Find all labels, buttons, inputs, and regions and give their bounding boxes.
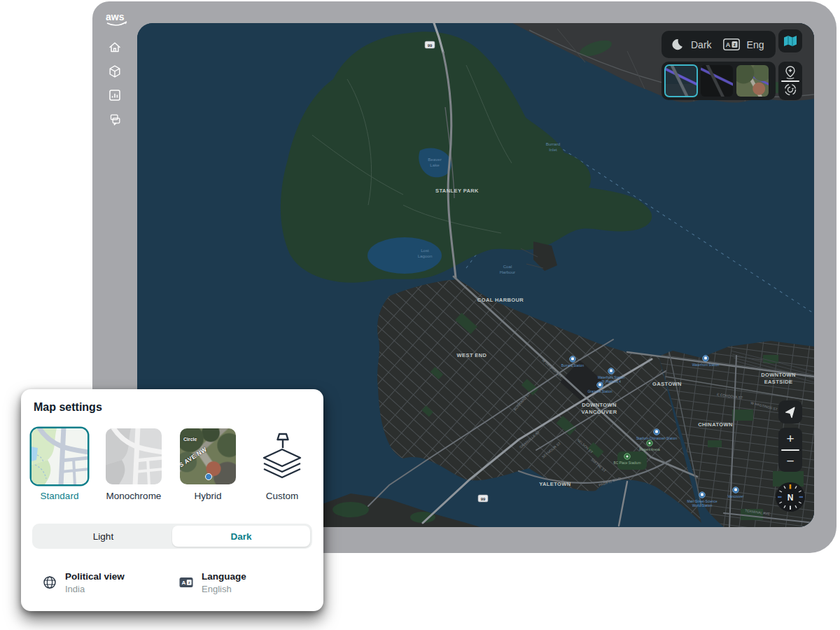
map-settings-panel: Map settings Standard [21,389,323,611]
globe-icon [43,575,57,589]
svg-text:STANLEY PARK: STANLEY PARK [435,188,479,194]
svg-text:WEST END: WEST END [457,352,487,358]
style-thumb-hybrid[interactable] [736,65,769,97]
zoom-divider [781,449,799,451]
layers-pin-icon [258,431,306,482]
svg-text:Waterfront Station: Waterfront Station [692,363,720,367]
light-option[interactable]: Light [34,526,172,547]
monochrome-label: Monochrome [97,491,171,501]
svg-text:Inlet: Inlet [549,147,557,152]
custom-thumbnail[interactable] [254,428,310,484]
route-shield-99-north: 99 [425,41,435,48]
svg-text:DOWNTOWN: DOWNTOWN [582,402,617,408]
hybrid-thumb-text-ave: S AVE NW [180,446,208,469]
svg-text:z: z [733,42,736,47]
navigation-arrow-icon [783,405,797,419]
dark-option[interactable]: Dark [172,526,310,547]
style-thumbnails-panel [662,62,776,100]
color-scheme-segmented-control: Light Dark [32,524,312,549]
zoom-in-button[interactable]: + [778,429,802,448]
svg-text:Granville Station: Granville Station [587,390,612,393]
svg-text:Lake: Lake [430,162,440,167]
tools-pill [778,62,802,100]
svg-text:YALETOWN: YALETOWN [539,481,570,487]
compass-north-label: N [788,493,794,503]
hybrid-thumbnail[interactable]: Circle S AVE NW [180,428,236,484]
svg-text:Waterfront Station: Waterfront Station [598,376,625,379]
style-thumb-dark-monochrome[interactable] [701,65,733,97]
translate-icon[interactable]: A z [723,38,740,50]
package-icon[interactable] [108,64,122,78]
svg-text:VANCOUVER: VANCOUVER [582,409,617,415]
language-label: Language [202,571,246,582]
language-badge-icon: A z [179,575,193,589]
svg-text:COAL HARBOUR: COAL HARBOUR [477,297,524,303]
route-shield-99-south: 99 [478,495,488,502]
aws-logo-text: aws [106,11,125,22]
chat-icon[interactable] [108,113,122,127]
custom-label: Custom [245,491,319,501]
color-scheme-toggle[interactable]: Dark [691,39,712,50]
svg-text:@ Platform 4: @ Platform 4 [601,380,621,384]
svg-text:BC Place Stadium: BC Place Stadium [614,461,641,465]
geofence-icon[interactable] [783,82,798,97]
political-view-setting[interactable]: Political view India [43,571,125,594]
svg-text:Lost: Lost [421,248,429,253]
scheme-language-toolbar: Dark A z Eng [662,31,776,58]
hybrid-label: Hybrid [171,491,245,501]
svg-text:DOWNTOWN: DOWNTOWN [761,372,796,378]
language-toggle[interactable]: Eng [747,39,764,50]
svg-text:Stadium-Chinatown Station: Stadium-Chinatown Station [636,437,677,440]
monochrome-thumbnail[interactable] [106,428,162,484]
compass[interactable]: N [775,482,806,512]
svg-text:z: z [188,580,190,584]
moon-icon[interactable] [671,38,684,51]
style-option-custom[interactable]: Custom [245,428,319,501]
svg-text:A: A [725,41,730,48]
svg-text:99: 99 [481,497,486,501]
style-option-monochrome[interactable]: Monochrome [97,428,171,501]
svg-text:Rogers Arena: Rogers Arena [639,448,660,451]
svg-text:GASTOWN: GASTOWN [652,381,682,387]
svg-text:World Station: World Station [692,504,713,507]
metrics-icon[interactable] [108,88,122,102]
hybrid-thumb-transit-dot [205,473,212,480]
svg-text:Burrard Station: Burrard Station [561,364,584,368]
svg-text:99: 99 [428,43,433,48]
svg-text:CHINATOWN: CHINATOWN [698,421,733,428]
panel-title: Map settings [34,401,102,414]
hybrid-thumb-text-circle: Circle [183,437,197,442]
svg-text:Main Street-Science: Main Street-Science [687,500,718,503]
svg-text:Beaver: Beaver [428,157,442,162]
svg-text:Vancouver: Vancouver [728,495,744,498]
style-thumb-dark-standard[interactable] [665,65,697,97]
zoom-controls: + − [778,428,802,472]
style-option-standard[interactable]: Standard [22,428,97,501]
home-icon[interactable] [108,40,122,54]
map-styles-button[interactable] [778,29,802,52]
aws-logo: aws [102,10,133,29]
political-view-label: Political view [65,571,125,582]
folded-map-icon [783,35,797,48]
svg-text:A: A [181,580,186,586]
add-place-icon[interactable] [783,64,798,80]
svg-text:Burrard: Burrard [546,141,561,146]
language-value: English [202,584,246,594]
political-view-value: India [65,584,125,594]
svg-text:Lagoon: Lagoon [418,253,433,258]
style-option-hybrid[interactable]: Circle S AVE NW Hybrid [171,428,245,501]
standard-label: Standard [22,491,97,501]
svg-text:Harbour: Harbour [500,270,515,274]
language-setting[interactable]: A z Language English [179,571,246,594]
standard-thumbnail[interactable] [31,428,88,484]
zoom-out-button[interactable]: − [778,451,802,470]
svg-text:EASTSIDE: EASTSIDE [764,379,793,385]
panel-meta-row: Political view India A z Language Englis… [21,571,323,602]
svg-text:Coal: Coal [503,264,512,269]
locate-me-button[interactable] [778,400,802,424]
